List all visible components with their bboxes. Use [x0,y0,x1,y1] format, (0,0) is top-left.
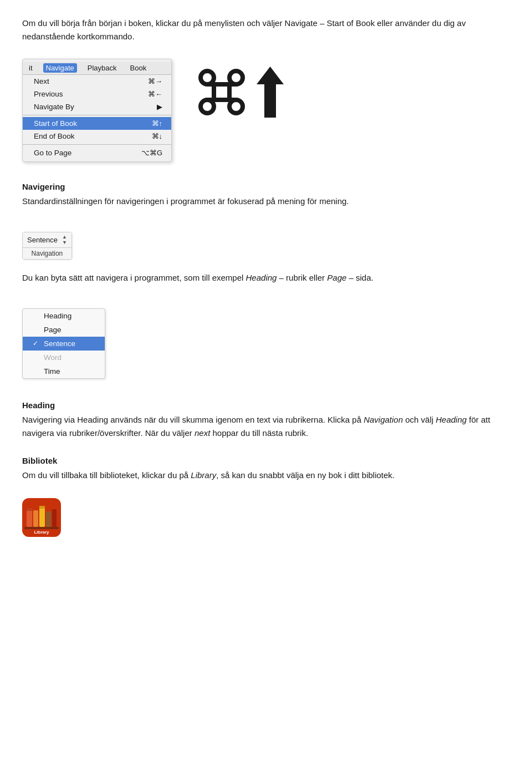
dropdown-label-sentence: Sentence [44,339,75,348]
heading-body2: och välj [403,415,436,424]
svg-rect-18 [24,527,59,529]
bibliotek-heading: Bibliotek [22,456,510,465]
heading-body4: hoppar du till nästa rubrik. [210,428,308,438]
menu-item-previous[interactable]: Previous ⌘← [23,88,171,100]
menu-separator-1 [23,115,171,115]
dropdown-item-sentence[interactable]: ✓ Sentence [23,337,105,351]
menu-item-end-of-book-label: End of Book [34,132,75,140]
keyboard-shortcut-icons [194,64,285,126]
navigering-heading: Navigering [22,182,510,191]
menu-bar-book[interactable]: Book [127,63,150,73]
check-time [33,367,40,375]
sentence-nav-top: Sentence ▲ ▼ [23,232,71,248]
bibliotek-section: Bibliotek Om du vill tillbaka till bibli… [22,456,510,483]
menu-item-next[interactable]: Next ⌘→ [23,75,171,88]
heading-emph2: Heading [436,415,467,424]
library-icon: Library [22,498,61,537]
menu-item-navigate-by[interactable]: Navigate By ▶ [23,100,171,113]
menu-item-go-to-page-shortcut: ⌥⌘G [141,149,162,157]
heading-emph1: Navigation [364,415,403,424]
menu-item-navigate-by-arrow: ▶ [157,103,162,111]
nav-arrow-up[interactable]: ▲ [62,235,67,240]
heading-section-body: Navigering via Heading används när du vi… [22,413,510,441]
dropdown-label-time: Time [44,367,60,376]
svg-rect-16 [46,511,51,527]
intro-paragraph: Om du vill börja från början i boken, kl… [22,17,510,43]
navigate-by-dropdown[interactable]: Heading Page ✓ Sentence Word Time [22,308,105,379]
menu-item-end-of-book-shortcut: ⌘↓ [152,132,163,140]
check-sentence: ✓ [33,339,40,347]
heading-section-heading: Heading [22,400,510,410]
menu-item-navigate-by-label: Navigate By [34,103,74,111]
menu-item-next-shortcut: ⌘→ [148,77,162,85]
change-mode-end: – sida. [346,273,373,282]
command-icon [194,64,249,126]
change-mode-emph1: Heading [246,273,277,282]
menu-item-end-of-book[interactable]: End of Book ⌘↓ [23,130,171,143]
menu-bar-it[interactable]: it [26,63,35,73]
arrow-up-icon [255,64,285,126]
dropdown-label-page: Page [44,326,62,334]
library-icon-wrapper: Library [22,498,510,539]
navigate-menu: it Navigate Playback Book Next ⌘→ Previo… [22,59,172,162]
change-mode-text: Du kan byta sätt att navigera i programm… [22,271,510,285]
sentence-nav-arrows[interactable]: ▲ ▼ [62,235,67,245]
menu-area: it Navigate Playback Book Next ⌘→ Previo… [22,59,510,162]
menu-item-previous-label: Previous [34,90,63,98]
sentence-navigation-widget[interactable]: Sentence ▲ ▼ Navigation [22,232,72,260]
check-word [33,353,40,361]
navigering-body: Standardinställningen för navigeringen i… [22,195,510,209]
sentence-nav-label: Sentence [27,236,58,244]
menu-item-start-of-book-shortcut: ⌘↑ [152,119,163,128]
svg-rect-4 [214,84,229,100]
nav-arrow-down[interactable]: ▼ [62,240,67,245]
dropdown-item-word: Word [23,351,105,364]
navigering-section: Navigering Standardinställningen för nav… [22,182,510,209]
menu-bar-playback[interactable]: Playback [85,63,120,73]
svg-marker-9 [257,67,284,118]
check-page [33,326,40,333]
svg-rect-14 [39,506,45,527]
dropdown-item-heading[interactable]: Heading [23,309,105,323]
menu-item-previous-shortcut: ⌘← [148,90,162,98]
bibliotek-emph1: Library [191,470,216,480]
dropdown-item-page[interactable]: Page [23,323,105,337]
bibliotek-body1: Om du vill tillbaka till biblioteket, kl… [22,470,191,480]
svg-rect-11 [27,508,32,527]
dropdown-item-time[interactable]: Time [23,364,105,378]
change-mode-emph2: Page [327,273,346,282]
menu-bar-navigate[interactable]: Navigate [43,63,77,73]
bibliotek-body: Om du vill tillbaka till biblioteket, kl… [22,469,510,483]
menu-item-start-of-book-label: Start of Book [34,119,77,128]
svg-rect-13 [33,510,38,527]
heading-emph3: next [195,428,210,438]
change-mode-middle: – rubrik eller [277,273,327,282]
menu-item-go-to-page[interactable]: Go to Page ⌥⌘G [23,146,171,159]
menu-separator-2 [23,144,171,145]
dropdown-label-word: Word [44,353,62,362]
sentence-nav-bottom: Navigation [23,248,71,259]
menu-item-next-label: Next [34,77,49,85]
menu-item-go-to-page-label: Go to Page [34,149,71,157]
menu-bar: it Navigate Playback Book [23,62,171,75]
heading-body1: Navigering via Heading används när du vi… [22,415,364,424]
svg-rect-17 [52,509,57,527]
check-heading [33,312,40,319]
svg-rect-15 [39,506,45,509]
menu-item-start-of-book[interactable]: Start of Book ⌘↑ [23,117,171,130]
change-mode-text-before: Du kan byta sätt att navigera i programm… [22,273,246,282]
heading-section: Heading Navigering via Heading används n… [22,400,510,441]
svg-rect-12 [27,508,32,511]
dropdown-label-heading: Heading [44,312,71,320]
svg-text:Library: Library [34,530,49,535]
bibliotek-body2: , så kan du snabbt välja en ny bok i dit… [216,470,395,480]
